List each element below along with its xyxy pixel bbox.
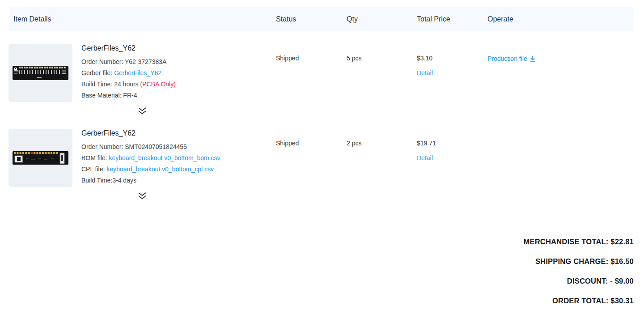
merchandise-total-value: $22.81 <box>610 238 634 246</box>
pcb-thumbnail <box>8 44 72 102</box>
double-chevron-down-icon <box>137 107 147 115</box>
cpl-file-link[interactable]: keyboard_breakout v0_bottom_cpl.csv <box>106 166 214 173</box>
cpl-file-label: CPL file: <box>81 166 105 173</box>
status-value: Shipped <box>276 140 299 147</box>
gerber-file-label: Gerber file: <box>81 69 112 76</box>
item-details-block: GerberFiles_Y62 Order Number: SMT0240705… <box>81 129 269 188</box>
status-value: Shipped <box>276 55 299 62</box>
order-number-line: Order Number: Y62-3727383A <box>81 58 269 66</box>
detail-link[interactable]: Detail <box>417 154 433 161</box>
bom-file-link[interactable]: keyboard_breakout v0_bottom_bom.csv <box>109 154 220 161</box>
discount-line: DISCOUNT: - $9.00 <box>524 271 634 291</box>
header-total-price: Total Price <box>417 15 450 23</box>
download-icon <box>530 55 536 62</box>
item-details-block: GerberFiles_Y62 Order Number: Y62-372738… <box>81 44 269 103</box>
bom-file-line: BOM file: keyboard_breakout v0_bottom_bo… <box>81 154 269 162</box>
discount-label: DISCOUNT: <box>567 277 608 285</box>
order-total-line: ORDER TOTAL: $30.31 <box>524 291 634 310</box>
pcb-image-assembled-board <box>13 149 68 167</box>
pcba-only-note: (PCBA Only) <box>140 81 176 88</box>
expand-row-button[interactable] <box>136 191 148 201</box>
detail-link[interactable]: Detail <box>417 69 433 76</box>
shipping-charge-value: $16.50 <box>610 257 634 265</box>
order-item-row: GerberFiles_Y62 Order Number: Y62-372738… <box>0 43 644 128</box>
shipping-charge-label: SHIPPING CHARGE: <box>535 257 609 265</box>
order-total-value: $30.31 <box>610 297 634 305</box>
production-file-label: Production file <box>487 55 527 62</box>
production-file-link[interactable]: Production file <box>487 55 536 62</box>
build-time-line: Build Time: 24 hours (PCBA Only) <box>81 81 269 88</box>
order-items-page: Item Details Status Qty Total Price Oper… <box>0 0 644 310</box>
order-summary: MERCHANDISE TOTAL: $22.81 SHIPPING CHARG… <box>524 232 634 310</box>
base-material-line: Base Material: FR-4 <box>81 92 269 99</box>
item-title: GerberFiles_Y62 <box>81 129 269 137</box>
header-operate: Operate <box>487 15 513 23</box>
header-status: Status <box>276 15 296 23</box>
gerber-file-link[interactable]: GerberFiles_Y62 <box>114 69 161 76</box>
pcb-thumbnail <box>8 129 72 187</box>
order-item-row: GerberFiles_Y62 Order Number: SMT0240705… <box>0 128 644 213</box>
merchandise-total-line: MERCHANDISE TOTAL: $22.81 <box>524 232 634 251</box>
pcb-image-bare-board <box>13 64 68 82</box>
discount-value: - $9.00 <box>610 277 634 285</box>
total-price-value: $3.10 <box>417 55 432 62</box>
qty-value: 5 pcs <box>347 55 361 62</box>
header-item-details: Item Details <box>13 15 51 23</box>
bom-file-label: BOM file: <box>81 154 107 161</box>
item-title: GerberFiles_Y62 <box>81 44 269 52</box>
order-number-line: Order Number: SMT02407051824455 <box>81 143 269 151</box>
merchandise-total-label: MERCHANDISE TOTAL: <box>524 238 609 246</box>
double-chevron-down-icon <box>137 192 147 200</box>
header-qty: Qty <box>347 15 358 23</box>
build-time-line: Build Time:3-4 days <box>81 177 269 184</box>
expand-row-button[interactable] <box>136 106 148 116</box>
shipping-charge-line: SHIPPING CHARGE: $16.50 <box>524 251 634 271</box>
cpl-file-line: CPL file: keyboard_breakout v0_bottom_cp… <box>81 166 269 173</box>
qty-value: 2 pcs <box>347 140 361 147</box>
order-total-label: ORDER TOTAL: <box>552 297 609 305</box>
gerber-file-line: Gerber file: GerberFiles_Y62 <box>81 69 269 77</box>
build-time-text: Build Time: 24 hours <box>81 81 139 88</box>
order-table-header: Item Details Status Qty Total Price Oper… <box>9 7 634 31</box>
total-price-value: $19.71 <box>417 140 436 147</box>
